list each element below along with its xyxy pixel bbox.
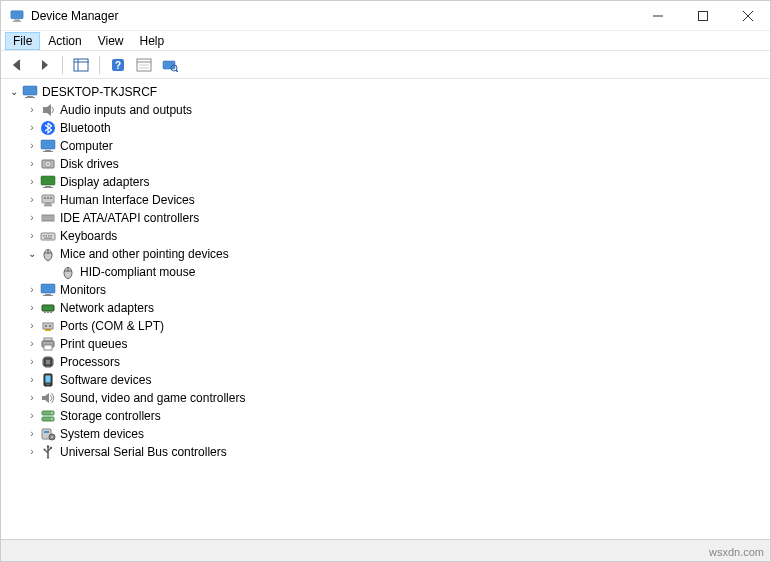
scan-hardware-button[interactable] <box>159 54 181 76</box>
svg-rect-86 <box>42 396 45 400</box>
ide-icon <box>40 210 56 226</box>
tree-category-label: Audio inputs and outputs <box>60 101 192 119</box>
menu-action[interactable]: Action <box>40 32 89 50</box>
disk-icon <box>40 156 56 172</box>
statusbar <box>1 539 770 561</box>
chevron-right-icon[interactable]: › <box>25 317 39 335</box>
display-icon <box>40 174 56 190</box>
maximize-button[interactable] <box>680 1 725 30</box>
tree-category[interactable]: ›Monitors <box>5 281 770 299</box>
tree-device-label: HID-compliant mouse <box>80 263 195 281</box>
tree-root-label: DESKTOP-TKJSRCF <box>42 83 157 101</box>
tree-device[interactable]: HID-compliant mouse <box>5 263 770 281</box>
chevron-right-icon[interactable]: › <box>25 137 39 155</box>
chevron-right-icon[interactable]: › <box>25 101 39 119</box>
watermark: wsxdn.com <box>709 546 764 558</box>
tree-category[interactable]: ›Storage controllers <box>5 407 770 425</box>
device-tree[interactable]: ⌄ DESKTOP-TKJSRCF ›Audio inputs and outp… <box>1 79 770 539</box>
audio-icon <box>40 102 56 118</box>
chevron-right-icon[interactable]: › <box>25 227 39 245</box>
toolbar-divider <box>62 56 63 74</box>
network-icon <box>40 300 56 316</box>
tree-category-label: Network adapters <box>60 299 154 317</box>
chevron-right-icon[interactable]: › <box>25 191 39 209</box>
software-icon <box>40 372 56 388</box>
tree-category[interactable]: ›Sound, video and game controllers <box>5 389 770 407</box>
tree-category[interactable]: ›Human Interface Devices <box>5 191 770 209</box>
properties-button[interactable] <box>133 54 155 76</box>
chevron-right-icon[interactable]: › <box>25 353 39 371</box>
close-button[interactable] <box>725 1 770 30</box>
tree-category-label: Display adapters <box>60 173 149 191</box>
tree-category-label: System devices <box>60 425 144 443</box>
menu-help[interactable]: Help <box>132 32 173 50</box>
chevron-right-icon[interactable]: › <box>25 407 39 425</box>
svg-point-94 <box>51 436 53 438</box>
tree-category[interactable]: ›Software devices <box>5 371 770 389</box>
tree-category-label: Universal Serial Bus controllers <box>60 443 227 461</box>
tree-category[interactable]: ›IDE ATA/ATAPI controllers <box>5 209 770 227</box>
chevron-right-icon[interactable]: › <box>25 155 39 173</box>
svg-rect-34 <box>44 197 46 199</box>
svg-rect-31 <box>45 186 51 187</box>
help-button[interactable]: ? <box>107 54 129 76</box>
tree-category[interactable]: ›Ports (COM & LPT) <box>5 317 770 335</box>
menu-file[interactable]: File <box>5 32 40 50</box>
svg-line-18 <box>176 70 178 72</box>
chevron-right-icon[interactable]: › <box>25 425 39 443</box>
tree-category[interactable]: ›Processors <box>5 353 770 371</box>
chevron-right-icon[interactable]: › <box>25 173 39 191</box>
window-title: Device Manager <box>31 9 118 23</box>
svg-rect-30 <box>41 176 55 185</box>
svg-rect-47 <box>51 235 53 237</box>
tree-category-label: Software devices <box>60 371 151 389</box>
monitor-icon <box>40 282 56 298</box>
svg-rect-7 <box>74 59 88 71</box>
tree-category[interactable]: ›Disk drives <box>5 155 770 173</box>
svg-rect-4 <box>698 11 707 20</box>
toolbar: ? <box>1 51 770 79</box>
tree-category[interactable]: ›Print queues <box>5 335 770 353</box>
svg-rect-57 <box>43 295 53 296</box>
tree-category[interactable]: ›Display adapters <box>5 173 770 191</box>
minimize-button[interactable] <box>635 1 680 30</box>
svg-point-85 <box>47 384 49 386</box>
svg-rect-1 <box>14 19 19 20</box>
storage-icon <box>40 408 56 424</box>
tree-category[interactable]: ›Universal Serial Bus controllers <box>5 443 770 461</box>
forward-button[interactable] <box>33 54 55 76</box>
svg-rect-60 <box>47 311 49 313</box>
tree-category[interactable]: ›System devices <box>5 425 770 443</box>
svg-rect-92 <box>44 431 49 433</box>
svg-rect-84 <box>46 376 51 383</box>
tree-category[interactable]: ›Keyboards <box>5 227 770 245</box>
svg-point-96 <box>44 449 46 451</box>
chevron-right-icon[interactable]: › <box>25 119 39 137</box>
tree-category[interactable]: ›Network adapters <box>5 299 770 317</box>
chevron-right-icon[interactable]: › <box>25 443 39 461</box>
chevron-right-icon[interactable]: › <box>25 209 39 227</box>
back-button[interactable] <box>7 54 29 76</box>
menu-view[interactable]: View <box>90 32 132 50</box>
bluetooth-icon <box>40 120 56 136</box>
chevron-right-icon[interactable]: › <box>25 281 39 299</box>
tree-category[interactable]: ›Bluetooth <box>5 119 770 137</box>
chevron-right-icon[interactable]: › <box>25 389 39 407</box>
tree-category-label: Bluetooth <box>60 119 111 137</box>
tree-category-label: Processors <box>60 353 120 371</box>
tree-root[interactable]: ⌄ DESKTOP-TKJSRCF <box>5 83 770 101</box>
expander-icon[interactable]: ⌄ <box>7 83 21 101</box>
tree-category[interactable]: ›Computer <box>5 137 770 155</box>
show-hidden-button[interactable] <box>70 54 92 76</box>
chevron-right-icon[interactable]: › <box>25 335 39 353</box>
svg-rect-21 <box>25 97 35 98</box>
chevron-right-icon[interactable]: › <box>25 371 39 389</box>
tree-category[interactable]: ⌄Mice and other pointing devices <box>5 245 770 263</box>
svg-rect-45 <box>46 235 48 237</box>
chevron-right-icon[interactable]: › <box>25 299 39 317</box>
chevron-down-icon[interactable]: ⌄ <box>25 245 39 263</box>
svg-rect-61 <box>50 311 52 313</box>
svg-rect-68 <box>44 345 52 350</box>
svg-rect-59 <box>44 311 46 313</box>
tree-category[interactable]: ›Audio inputs and outputs <box>5 101 770 119</box>
